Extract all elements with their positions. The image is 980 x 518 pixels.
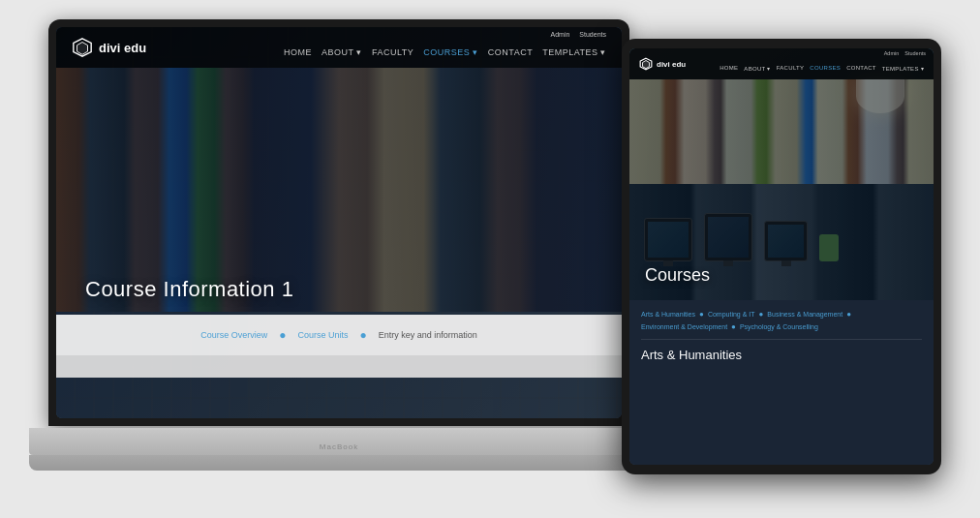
laptop-breadcrumb-entry[interactable]: Entry key and information [379,330,477,340]
tablet-courses-section: Arts & Humanities ● Computing & IT ● Bus… [629,300,934,465]
tablet-nav-about[interactable]: ABOUT ▾ [744,65,770,72]
tablet-nav-contact[interactable]: CONTACT [846,65,876,71]
tablet-cat-arts[interactable]: Arts & Humanities [641,311,695,318]
laptop-screen-outer: Admin Students divi edu HOME ABOUT ▾ FAC [48,19,629,426]
tablet-hero-title: Courses [645,265,710,286]
laptop-nav-contact[interactable]: CONTACT [488,47,533,57]
tablet-nav-links: HOME ABOUT ▾ FACULTY COURSES CONTACT TEM… [720,65,924,72]
laptop-nav-links: HOME ABOUT ▾ FACULTY COURSES ▾ CONTACT T… [284,47,606,57]
tablet-cat-computing[interactable]: Computing & IT [708,311,755,318]
laptop-user-area: Admin Students [551,31,606,38]
tablet-logo-text: divi edu [657,60,686,69]
tablet-cat-psychology[interactable]: Psychology & Counselling [740,323,818,330]
laptop-nav-courses[interactable]: COURSES ▾ [423,47,478,57]
tablet-admin-link[interactable]: Admin [884,50,900,56]
laptop-students-link[interactable]: Students [579,31,606,38]
tablet-section-title: Arts & Humanities [641,339,922,362]
tablet-cat-business[interactable]: Business & Management [767,311,842,318]
tablet-logo-icon [639,57,653,71]
laptop-navbar: Admin Students divi edu HOME ABOUT ▾ FAC [56,27,622,68]
tablet-sep-2: ● [759,310,764,319]
tablet-outer: Courses Admin Students divi edu [622,39,941,474]
tablet-sep-4: ● [731,322,736,331]
laptop-breadcrumb-units[interactable]: Course Units [297,330,348,340]
tablet-students-link[interactable]: Students [904,50,926,56]
tablet-overlay [629,48,934,300]
tablet-device: Courses Admin Students divi edu [622,39,941,474]
tablet-hero-bg: Courses [629,48,934,300]
laptop-logo[interactable]: divi edu [72,37,146,58]
laptop-breadcrumb: Course Overview ● Course Units ● Entry k… [56,315,622,355]
scene: Admin Students divi edu HOME ABOUT ▾ FAC [0,0,980,518]
laptop-breadcrumb-overview[interactable]: Course Overview [200,330,267,340]
tablet-logo[interactable]: divi edu [639,57,686,71]
laptop-logo-icon [72,37,93,58]
laptop-breadcrumb-sep1: ● [279,328,286,342]
laptop-base [29,428,649,455]
laptop-nav-about[interactable]: ABOUT ▾ [322,47,362,57]
tablet-cat-environment[interactable]: Environment & Development [641,323,727,330]
laptop-nav-templates[interactable]: TEMPLATES ▾ [542,47,606,57]
tablet-navbar: Admin Students divi edu HOME ABOUT ▾ FAC [629,48,934,79]
svg-marker-3 [643,61,650,69]
tablet-nav-home[interactable]: HOME [720,65,738,71]
laptop-breadcrumb-sep2: ● [360,328,367,342]
tablet-category-links: Arts & Humanities ● Computing & IT ● Bus… [641,310,922,331]
laptop-admin-link[interactable]: Admin [551,31,570,38]
laptop-foot [29,455,649,471]
laptop-nav-faculty[interactable]: FACULTY [372,47,413,57]
tablet-sep-3: ● [846,310,851,319]
laptop-device: Admin Students divi edu HOME ABOUT ▾ FAC [29,19,649,484]
laptop-hero-title: Course Information 1 [85,277,293,302]
laptop-nav-home[interactable]: HOME [284,47,312,57]
laptop-footer-bar [56,355,622,378]
laptop-logo-text: divi edu [99,41,146,55]
svg-marker-1 [77,43,88,55]
tablet-user-area: Admin Students [884,50,926,56]
tablet-sep-1: ● [699,310,704,319]
tablet-nav-templates[interactable]: TEMPLATES ▾ [882,65,924,72]
tablet-screen: Courses Admin Students divi edu [629,48,934,465]
laptop-screen: Admin Students divi edu HOME ABOUT ▾ FAC [56,27,622,418]
tablet-nav-faculty[interactable]: FACULTY [777,65,805,71]
tablet-nav-courses[interactable]: COURSES [810,65,841,71]
